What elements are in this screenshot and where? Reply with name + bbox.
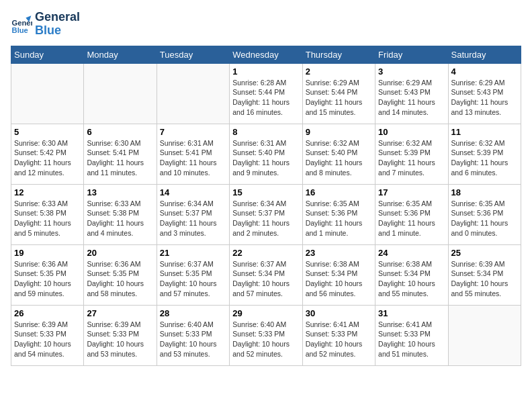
day-info: Sunrise: 6:30 AM Sunset: 5:42 PM Dayligh… (14, 138, 81, 178)
calendar-cell (84, 63, 157, 124)
day-info: Sunrise: 6:29 AM Sunset: 5:44 PM Dayligh… (306, 78, 372, 118)
calendar-cell: 14Sunrise: 6:34 AM Sunset: 5:37 PM Dayli… (157, 184, 229, 244)
day-number: 8 (232, 127, 299, 137)
day-number: 20 (87, 248, 153, 258)
day-number: 6 (87, 127, 153, 137)
day-header-sunday: Sunday (11, 46, 84, 63)
day-number: 12 (14, 187, 81, 197)
calendar-cell (11, 63, 84, 124)
week-row-1: 1Sunrise: 6:28 AM Sunset: 5:44 PM Daylig… (11, 63, 521, 124)
calendar-cell: 28Sunrise: 6:40 AM Sunset: 5:33 PM Dayli… (157, 305, 229, 365)
day-info: Sunrise: 6:37 AM Sunset: 5:35 PM Dayligh… (160, 259, 226, 299)
day-number: 28 (160, 308, 226, 318)
day-info: Sunrise: 6:32 AM Sunset: 5:39 PM Dayligh… (451, 138, 518, 178)
day-info: Sunrise: 6:30 AM Sunset: 5:41 PM Dayligh… (87, 138, 153, 178)
day-info: Sunrise: 6:39 AM Sunset: 5:33 PM Dayligh… (87, 320, 153, 359)
day-number: 31 (378, 308, 445, 318)
calendar-cell: 27Sunrise: 6:39 AM Sunset: 5:33 PM Dayli… (84, 305, 157, 365)
day-info: Sunrise: 6:41 AM Sunset: 5:33 PM Dayligh… (306, 320, 372, 359)
calendar-cell (157, 63, 229, 124)
calendar-cell: 4Sunrise: 6:29 AM Sunset: 5:43 PM Daylig… (448, 63, 521, 124)
day-info: Sunrise: 6:35 AM Sunset: 5:36 PM Dayligh… (306, 199, 372, 238)
day-number: 14 (160, 187, 226, 197)
day-info: Sunrise: 6:35 AM Sunset: 5:36 PM Dayligh… (451, 199, 518, 238)
day-info: Sunrise: 6:32 AM Sunset: 5:40 PM Dayligh… (306, 138, 372, 178)
calendar-cell: 19Sunrise: 6:36 AM Sunset: 5:35 PM Dayli… (11, 244, 84, 305)
calendar-cell: 9Sunrise: 6:32 AM Sunset: 5:40 PM Daylig… (302, 124, 375, 184)
calendar-header-row: SundayMondayTuesdayWednesdayThursdayFrid… (11, 46, 521, 63)
day-info: Sunrise: 6:32 AM Sunset: 5:39 PM Dayligh… (378, 138, 445, 178)
day-header-saturday: Saturday (448, 46, 521, 63)
logo-text: General Blue (35, 11, 80, 38)
day-info: Sunrise: 6:29 AM Sunset: 5:43 PM Dayligh… (378, 78, 445, 118)
calendar-cell: 31Sunrise: 6:41 AM Sunset: 5:33 PM Dayli… (375, 305, 448, 365)
day-info: Sunrise: 6:37 AM Sunset: 5:34 PM Dayligh… (232, 259, 299, 299)
day-number: 2 (306, 66, 372, 77)
day-header-monday: Monday (84, 46, 157, 63)
day-number: 4 (451, 66, 518, 77)
logo-icon: General Blue (11, 13, 32, 35)
calendar-table: SundayMondayTuesdayWednesdayThursdayFrid… (11, 46, 521, 366)
calendar-cell: 16Sunrise: 6:35 AM Sunset: 5:36 PM Dayli… (302, 184, 375, 244)
calendar-cell: 22Sunrise: 6:37 AM Sunset: 5:34 PM Dayli… (230, 244, 302, 305)
calendar-cell: 12Sunrise: 6:33 AM Sunset: 5:38 PM Dayli… (11, 184, 84, 244)
day-number: 16 (306, 187, 372, 197)
day-number: 17 (378, 187, 445, 197)
day-info: Sunrise: 6:34 AM Sunset: 5:37 PM Dayligh… (160, 199, 226, 238)
calendar-cell: 25Sunrise: 6:39 AM Sunset: 5:34 PM Dayli… (448, 244, 521, 305)
day-number: 18 (451, 187, 518, 197)
day-header-wednesday: Wednesday (230, 46, 302, 63)
calendar-cell: 18Sunrise: 6:35 AM Sunset: 5:36 PM Dayli… (448, 184, 521, 244)
day-info: Sunrise: 6:29 AM Sunset: 5:43 PM Dayligh… (451, 78, 518, 118)
week-row-2: 5Sunrise: 6:30 AM Sunset: 5:42 PM Daylig… (11, 124, 521, 184)
day-number: 5 (14, 127, 81, 137)
week-row-3: 12Sunrise: 6:33 AM Sunset: 5:38 PM Dayli… (11, 184, 521, 244)
day-number: 10 (378, 127, 445, 137)
day-info: Sunrise: 6:36 AM Sunset: 5:35 PM Dayligh… (14, 259, 81, 299)
day-info: Sunrise: 6:39 AM Sunset: 5:34 PM Dayligh… (451, 259, 518, 299)
day-number: 9 (306, 127, 372, 137)
day-info: Sunrise: 6:36 AM Sunset: 5:35 PM Dayligh… (87, 259, 153, 299)
day-number: 22 (232, 248, 299, 258)
calendar-cell: 3Sunrise: 6:29 AM Sunset: 5:43 PM Daylig… (375, 63, 448, 124)
day-info: Sunrise: 6:40 AM Sunset: 5:33 PM Dayligh… (232, 320, 299, 359)
day-info: Sunrise: 6:41 AM Sunset: 5:33 PM Dayligh… (378, 320, 445, 359)
day-number: 25 (451, 248, 518, 258)
day-number: 29 (232, 308, 299, 318)
day-info: Sunrise: 6:39 AM Sunset: 5:33 PM Dayligh… (14, 320, 81, 359)
day-info: Sunrise: 6:28 AM Sunset: 5:44 PM Dayligh… (232, 78, 299, 118)
day-number: 11 (451, 127, 518, 137)
calendar-cell: 24Sunrise: 6:38 AM Sunset: 5:34 PM Dayli… (375, 244, 448, 305)
day-info: Sunrise: 6:38 AM Sunset: 5:34 PM Dayligh… (306, 259, 372, 299)
day-info: Sunrise: 6:35 AM Sunset: 5:36 PM Dayligh… (378, 199, 445, 238)
calendar-cell (448, 305, 521, 365)
calendar-cell: 1Sunrise: 6:28 AM Sunset: 5:44 PM Daylig… (230, 63, 302, 124)
day-number: 30 (306, 308, 372, 318)
day-number: 3 (378, 66, 445, 77)
calendar-cell: 29Sunrise: 6:40 AM Sunset: 5:33 PM Dayli… (230, 305, 302, 365)
day-info: Sunrise: 6:38 AM Sunset: 5:34 PM Dayligh… (378, 259, 445, 299)
day-number: 13 (87, 187, 153, 197)
day-number: 27 (87, 308, 153, 318)
calendar-cell: 15Sunrise: 6:34 AM Sunset: 5:37 PM Dayli… (230, 184, 302, 244)
day-number: 15 (232, 187, 299, 197)
day-info: Sunrise: 6:31 AM Sunset: 5:40 PM Dayligh… (232, 138, 299, 178)
day-number: 7 (160, 127, 226, 137)
day-info: Sunrise: 6:31 AM Sunset: 5:41 PM Dayligh… (160, 138, 226, 178)
calendar-cell: 21Sunrise: 6:37 AM Sunset: 5:35 PM Dayli… (157, 244, 229, 305)
calendar-cell: 17Sunrise: 6:35 AM Sunset: 5:36 PM Dayli… (375, 184, 448, 244)
day-number: 26 (14, 308, 81, 318)
day-info: Sunrise: 6:33 AM Sunset: 5:38 PM Dayligh… (14, 199, 81, 238)
calendar-cell: 30Sunrise: 6:41 AM Sunset: 5:33 PM Dayli… (302, 305, 375, 365)
calendar-cell: 7Sunrise: 6:31 AM Sunset: 5:41 PM Daylig… (157, 124, 229, 184)
calendar-cell: 23Sunrise: 6:38 AM Sunset: 5:34 PM Dayli… (302, 244, 375, 305)
day-number: 23 (306, 248, 372, 258)
day-number: 24 (378, 248, 445, 258)
day-number: 19 (14, 248, 81, 258)
calendar-cell: 5Sunrise: 6:30 AM Sunset: 5:42 PM Daylig… (11, 124, 84, 184)
day-info: Sunrise: 6:33 AM Sunset: 5:38 PM Dayligh… (87, 199, 153, 238)
week-row-5: 26Sunrise: 6:39 AM Sunset: 5:33 PM Dayli… (11, 305, 521, 365)
calendar-cell: 10Sunrise: 6:32 AM Sunset: 5:39 PM Dayli… (375, 124, 448, 184)
calendar-cell: 20Sunrise: 6:36 AM Sunset: 5:35 PM Dayli… (84, 244, 157, 305)
week-row-4: 19Sunrise: 6:36 AM Sunset: 5:35 PM Dayli… (11, 244, 521, 305)
